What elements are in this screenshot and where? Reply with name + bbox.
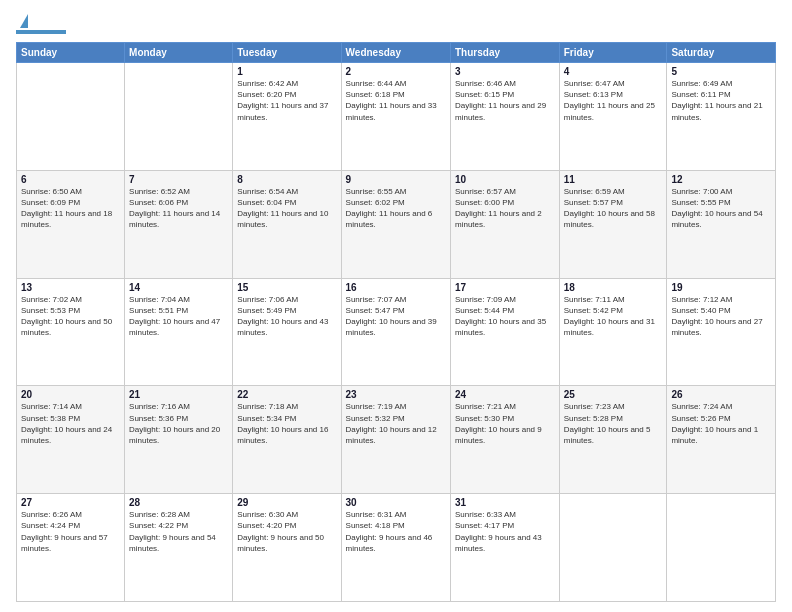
day-cell: 11Sunrise: 6:59 AMSunset: 5:57 PMDayligh… xyxy=(559,170,667,278)
day-number: 14 xyxy=(129,282,228,293)
day-cell: 6Sunrise: 6:50 AMSunset: 6:09 PMDaylight… xyxy=(17,170,125,278)
day-info: Sunrise: 7:07 AMSunset: 5:47 PMDaylight:… xyxy=(346,294,446,339)
day-number: 10 xyxy=(455,174,555,185)
day-info: Sunrise: 7:18 AMSunset: 5:34 PMDaylight:… xyxy=(237,401,336,446)
weekday-header-row: SundayMondayTuesdayWednesdayThursdayFrid… xyxy=(17,43,776,63)
day-number: 28 xyxy=(129,497,228,508)
day-info: Sunrise: 7:11 AMSunset: 5:42 PMDaylight:… xyxy=(564,294,663,339)
week-row-3: 13Sunrise: 7:02 AMSunset: 5:53 PMDayligh… xyxy=(17,278,776,386)
day-number: 29 xyxy=(237,497,336,508)
day-number: 26 xyxy=(671,389,771,400)
day-info: Sunrise: 7:00 AMSunset: 5:55 PMDaylight:… xyxy=(671,186,771,231)
day-cell: 8Sunrise: 6:54 AMSunset: 6:04 PMDaylight… xyxy=(233,170,341,278)
day-info: Sunrise: 7:16 AMSunset: 5:36 PMDaylight:… xyxy=(129,401,228,446)
day-cell: 26Sunrise: 7:24 AMSunset: 5:26 PMDayligh… xyxy=(667,386,776,494)
day-cell: 7Sunrise: 6:52 AMSunset: 6:06 PMDaylight… xyxy=(125,170,233,278)
day-cell: 27Sunrise: 6:26 AMSunset: 4:24 PMDayligh… xyxy=(17,494,125,602)
day-number: 2 xyxy=(346,66,446,77)
day-info: Sunrise: 6:54 AMSunset: 6:04 PMDaylight:… xyxy=(237,186,336,231)
calendar-table: SundayMondayTuesdayWednesdayThursdayFrid… xyxy=(16,42,776,602)
day-info: Sunrise: 6:47 AMSunset: 6:13 PMDaylight:… xyxy=(564,78,663,123)
day-number: 11 xyxy=(564,174,663,185)
week-row-4: 20Sunrise: 7:14 AMSunset: 5:38 PMDayligh… xyxy=(17,386,776,494)
day-cell: 21Sunrise: 7:16 AMSunset: 5:36 PMDayligh… xyxy=(125,386,233,494)
day-number: 6 xyxy=(21,174,120,185)
day-number: 3 xyxy=(455,66,555,77)
day-info: Sunrise: 7:02 AMSunset: 5:53 PMDaylight:… xyxy=(21,294,120,339)
day-cell: 25Sunrise: 7:23 AMSunset: 5:28 PMDayligh… xyxy=(559,386,667,494)
day-number: 25 xyxy=(564,389,663,400)
day-info: Sunrise: 6:26 AMSunset: 4:24 PMDaylight:… xyxy=(21,509,120,554)
weekday-header-thursday: Thursday xyxy=(451,43,560,63)
day-cell: 31Sunrise: 6:33 AMSunset: 4:17 PMDayligh… xyxy=(451,494,560,602)
day-cell: 28Sunrise: 6:28 AMSunset: 4:22 PMDayligh… xyxy=(125,494,233,602)
day-info: Sunrise: 6:57 AMSunset: 6:00 PMDaylight:… xyxy=(455,186,555,231)
week-row-5: 27Sunrise: 6:26 AMSunset: 4:24 PMDayligh… xyxy=(17,494,776,602)
logo-underline xyxy=(16,30,66,34)
day-number: 4 xyxy=(564,66,663,77)
day-info: Sunrise: 7:06 AMSunset: 5:49 PMDaylight:… xyxy=(237,294,336,339)
day-info: Sunrise: 6:33 AMSunset: 4:17 PMDaylight:… xyxy=(455,509,555,554)
day-info: Sunrise: 6:55 AMSunset: 6:02 PMDaylight:… xyxy=(346,186,446,231)
day-cell: 29Sunrise: 6:30 AMSunset: 4:20 PMDayligh… xyxy=(233,494,341,602)
day-info: Sunrise: 7:24 AMSunset: 5:26 PMDaylight:… xyxy=(671,401,771,446)
day-number: 9 xyxy=(346,174,446,185)
day-info: Sunrise: 6:28 AMSunset: 4:22 PMDaylight:… xyxy=(129,509,228,554)
day-number: 13 xyxy=(21,282,120,293)
weekday-header-friday: Friday xyxy=(559,43,667,63)
day-number: 7 xyxy=(129,174,228,185)
day-info: Sunrise: 6:30 AMSunset: 4:20 PMDaylight:… xyxy=(237,509,336,554)
page: SundayMondayTuesdayWednesdayThursdayFrid… xyxy=(0,0,792,612)
weekday-header-monday: Monday xyxy=(125,43,233,63)
day-cell: 17Sunrise: 7:09 AMSunset: 5:44 PMDayligh… xyxy=(451,278,560,386)
day-number: 16 xyxy=(346,282,446,293)
day-cell: 1Sunrise: 6:42 AMSunset: 6:20 PMDaylight… xyxy=(233,63,341,171)
day-number: 1 xyxy=(237,66,336,77)
day-cell: 15Sunrise: 7:06 AMSunset: 5:49 PMDayligh… xyxy=(233,278,341,386)
day-info: Sunrise: 7:12 AMSunset: 5:40 PMDaylight:… xyxy=(671,294,771,339)
day-number: 12 xyxy=(671,174,771,185)
day-number: 22 xyxy=(237,389,336,400)
day-cell: 12Sunrise: 7:00 AMSunset: 5:55 PMDayligh… xyxy=(667,170,776,278)
day-cell: 14Sunrise: 7:04 AMSunset: 5:51 PMDayligh… xyxy=(125,278,233,386)
day-cell: 5Sunrise: 6:49 AMSunset: 6:11 PMDaylight… xyxy=(667,63,776,171)
day-cell: 4Sunrise: 6:47 AMSunset: 6:13 PMDaylight… xyxy=(559,63,667,171)
weekday-header-tuesday: Tuesday xyxy=(233,43,341,63)
day-number: 8 xyxy=(237,174,336,185)
day-cell xyxy=(559,494,667,602)
day-cell xyxy=(17,63,125,171)
day-info: Sunrise: 7:23 AMSunset: 5:28 PMDaylight:… xyxy=(564,401,663,446)
logo xyxy=(16,14,66,34)
day-cell: 24Sunrise: 7:21 AMSunset: 5:30 PMDayligh… xyxy=(451,386,560,494)
day-cell xyxy=(667,494,776,602)
day-number: 31 xyxy=(455,497,555,508)
day-number: 21 xyxy=(129,389,228,400)
day-info: Sunrise: 7:14 AMSunset: 5:38 PMDaylight:… xyxy=(21,401,120,446)
day-cell: 19Sunrise: 7:12 AMSunset: 5:40 PMDayligh… xyxy=(667,278,776,386)
day-cell: 20Sunrise: 7:14 AMSunset: 5:38 PMDayligh… xyxy=(17,386,125,494)
day-info: Sunrise: 6:59 AMSunset: 5:57 PMDaylight:… xyxy=(564,186,663,231)
weekday-header-saturday: Saturday xyxy=(667,43,776,63)
day-cell: 23Sunrise: 7:19 AMSunset: 5:32 PMDayligh… xyxy=(341,386,450,494)
day-number: 23 xyxy=(346,389,446,400)
day-number: 20 xyxy=(21,389,120,400)
day-number: 15 xyxy=(237,282,336,293)
day-number: 17 xyxy=(455,282,555,293)
week-row-2: 6Sunrise: 6:50 AMSunset: 6:09 PMDaylight… xyxy=(17,170,776,278)
day-cell: 16Sunrise: 7:07 AMSunset: 5:47 PMDayligh… xyxy=(341,278,450,386)
weekday-header-wednesday: Wednesday xyxy=(341,43,450,63)
day-number: 30 xyxy=(346,497,446,508)
day-info: Sunrise: 6:50 AMSunset: 6:09 PMDaylight:… xyxy=(21,186,120,231)
day-info: Sunrise: 7:19 AMSunset: 5:32 PMDaylight:… xyxy=(346,401,446,446)
day-cell: 9Sunrise: 6:55 AMSunset: 6:02 PMDaylight… xyxy=(341,170,450,278)
day-cell: 18Sunrise: 7:11 AMSunset: 5:42 PMDayligh… xyxy=(559,278,667,386)
day-cell: 2Sunrise: 6:44 AMSunset: 6:18 PMDaylight… xyxy=(341,63,450,171)
day-cell: 22Sunrise: 7:18 AMSunset: 5:34 PMDayligh… xyxy=(233,386,341,494)
day-number: 27 xyxy=(21,497,120,508)
day-info: Sunrise: 6:42 AMSunset: 6:20 PMDaylight:… xyxy=(237,78,336,123)
day-info: Sunrise: 6:31 AMSunset: 4:18 PMDaylight:… xyxy=(346,509,446,554)
day-cell: 3Sunrise: 6:46 AMSunset: 6:15 PMDaylight… xyxy=(451,63,560,171)
day-info: Sunrise: 6:44 AMSunset: 6:18 PMDaylight:… xyxy=(346,78,446,123)
header xyxy=(16,14,776,34)
day-cell: 30Sunrise: 6:31 AMSunset: 4:18 PMDayligh… xyxy=(341,494,450,602)
